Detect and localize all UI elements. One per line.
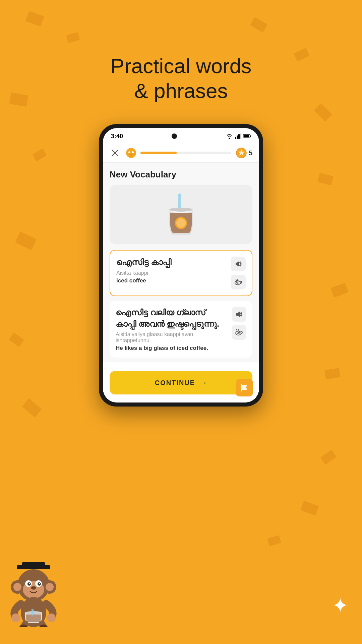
sparkle-decoration: ✦ bbox=[332, 594, 349, 617]
continue-button[interactable]: CONTINUE → bbox=[110, 371, 252, 394]
signal-icon bbox=[235, 133, 241, 139]
iced-coffee-image bbox=[164, 193, 198, 236]
confetti-piece bbox=[25, 11, 44, 26]
svg-point-11 bbox=[132, 151, 134, 153]
slow-speed-button-2[interactable] bbox=[232, 325, 246, 340]
svg-point-18 bbox=[176, 218, 186, 228]
confetti-piece bbox=[32, 149, 47, 162]
battery-icon bbox=[243, 134, 251, 139]
svg-rect-6 bbox=[244, 135, 249, 138]
confetti-piece bbox=[267, 535, 281, 546]
speaker-icon-1 bbox=[235, 260, 242, 268]
svg-point-52 bbox=[32, 587, 34, 589]
vocab-card-1-translation: iced coffee bbox=[116, 277, 226, 284]
flag-button[interactable] bbox=[236, 379, 253, 396]
close-button[interactable] bbox=[110, 148, 120, 158]
title-area: Practical words & phrases bbox=[0, 54, 362, 104]
mascot-progress-icon bbox=[125, 147, 137, 159]
svg-point-31 bbox=[238, 332, 239, 333]
coin-count: 5 bbox=[249, 149, 252, 157]
svg-rect-15 bbox=[178, 194, 181, 209]
vocab-card-1-text: ഐസിട്ട കാപ്പി Aisitta kaappi iced coffee bbox=[116, 257, 231, 284]
confetti-piece bbox=[9, 332, 24, 347]
svg-point-23 bbox=[237, 282, 238, 283]
vocab-card-2: ഐസിട്ട വലിയ ഗ്ലാസ് കാപ്പി അവൻ ഇഷ്ടപ്പെടു… bbox=[110, 301, 252, 358]
vocab-card-2-transliteration: Aisitta valiya glaasu kaappi avan ishtap… bbox=[116, 331, 227, 343]
monkey-character bbox=[7, 560, 60, 627]
svg-point-34 bbox=[236, 329, 237, 330]
confetti-piece bbox=[300, 501, 319, 516]
vocab-card-2-translation: He likes a big glass of iced coffee. bbox=[116, 345, 227, 352]
confetti-piece bbox=[320, 450, 337, 465]
svg-point-43 bbox=[46, 583, 54, 591]
svg-rect-38 bbox=[22, 562, 45, 568]
svg-point-12 bbox=[129, 154, 133, 156]
svg-point-26 bbox=[236, 279, 236, 279]
app-header: 5 bbox=[103, 143, 259, 163]
svg-point-49 bbox=[29, 583, 30, 584]
slow-speed-button-1[interactable] bbox=[231, 275, 246, 289]
confetti-piece bbox=[324, 368, 341, 379]
vocabulary-image-card bbox=[110, 185, 252, 244]
vocab-section-title: New Vocabulary bbox=[110, 169, 252, 180]
svg-point-51 bbox=[31, 586, 36, 590]
progress-bar-fill bbox=[140, 152, 177, 154]
confetti-piece bbox=[330, 283, 348, 298]
speaker-icon-2 bbox=[235, 311, 243, 318]
camera-notch bbox=[172, 133, 177, 139]
confetti-piece bbox=[250, 17, 267, 33]
screen-bottom: CONTINUE → bbox=[103, 362, 259, 402]
vocab-card-1-malayalam: ഐസിട്ട കാപ്പി bbox=[116, 257, 226, 268]
vocab-card-1-actions bbox=[231, 257, 246, 289]
svg-marker-20 bbox=[236, 261, 239, 267]
svg-rect-0 bbox=[235, 137, 236, 139]
confetti-piece bbox=[15, 231, 37, 250]
screen-content: New Vocabulary bbox=[103, 163, 259, 358]
phone-screen: 3:40 bbox=[103, 128, 259, 402]
sound-button-2[interactable] bbox=[232, 307, 246, 322]
svg-rect-58 bbox=[32, 609, 34, 615]
vocab-card-2-malayalam: ഐസിട്ട വലിയ ഗ്ലാസ് കാപ്പി അവൻ ഇഷ്ടപ്പെടു… bbox=[116, 307, 227, 329]
status-bar: 3:40 bbox=[103, 128, 259, 143]
progress-section bbox=[125, 147, 231, 159]
vocab-card-2-actions bbox=[232, 307, 246, 340]
svg-point-21 bbox=[235, 281, 240, 285]
svg-point-42 bbox=[13, 583, 21, 591]
continue-arrow: → bbox=[200, 378, 207, 387]
svg-point-9 bbox=[126, 148, 136, 158]
svg-point-29 bbox=[236, 331, 241, 335]
svg-point-19 bbox=[169, 208, 193, 212]
flag-icon bbox=[240, 383, 249, 392]
main-title: Practical words & phrases bbox=[0, 54, 362, 104]
coin-icon bbox=[236, 148, 247, 158]
confetti-piece bbox=[314, 103, 332, 121]
coins-section: 5 bbox=[236, 148, 252, 158]
svg-point-50 bbox=[39, 583, 40, 584]
wifi-icon bbox=[226, 133, 233, 139]
svg-rect-5 bbox=[250, 136, 251, 137]
svg-point-53 bbox=[34, 587, 36, 589]
svg-rect-3 bbox=[240, 133, 241, 139]
phone-device: 3:40 bbox=[99, 124, 263, 407]
status-icons bbox=[226, 133, 251, 139]
svg-point-27 bbox=[237, 279, 238, 279]
status-time: 3:40 bbox=[111, 133, 123, 140]
svg-point-35 bbox=[238, 329, 239, 330]
svg-point-55 bbox=[11, 613, 20, 622]
continue-label: CONTINUE bbox=[155, 379, 195, 387]
confetti-piece bbox=[66, 32, 80, 43]
svg-rect-1 bbox=[237, 136, 238, 139]
phone-wrapper: 3:40 bbox=[99, 124, 263, 407]
sound-button-1[interactable] bbox=[231, 257, 246, 271]
confetti-piece bbox=[22, 398, 42, 418]
confetti-piece bbox=[317, 173, 334, 185]
svg-rect-2 bbox=[238, 134, 240, 139]
snail-icon-2 bbox=[235, 329, 243, 336]
vocab-card-1: ഐസിട്ട കാപ്പി Aisitta kaappi iced coffee bbox=[110, 250, 252, 296]
svg-point-10 bbox=[128, 151, 130, 153]
snail-icon-1 bbox=[234, 279, 242, 285]
vocab-card-1-transliteration: Aisitta kaappi bbox=[116, 270, 226, 276]
svg-point-56 bbox=[47, 613, 56, 622]
svg-marker-28 bbox=[236, 312, 240, 317]
progress-bar bbox=[140, 152, 231, 154]
